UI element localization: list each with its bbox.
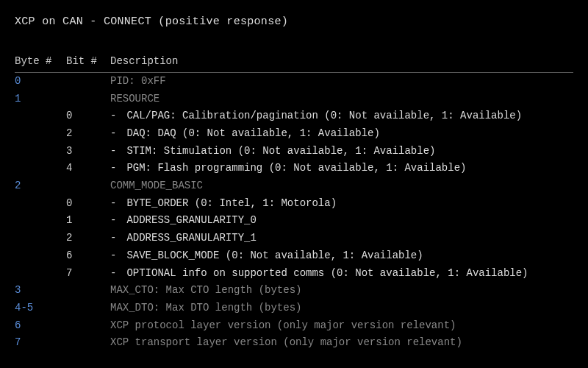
table-row: 0- CAL/PAG: Calibration/pagination (0: N… [15, 107, 573, 125]
byte-cell: 7 [15, 334, 66, 352]
bit-cell: 4 [66, 160, 110, 177]
table-row: 2COMM_MODE_BASIC [15, 177, 573, 195]
table-row: 6XCP protocol layer version (only major … [15, 317, 573, 335]
desc-cell: - OPTIONAL info on supported comms (0: N… [110, 265, 573, 283]
header-byte: Byte # [15, 52, 66, 72]
byte-cell: 3 [15, 282, 66, 300]
table-row: 4- PGM: Flash programming (0: Not availa… [15, 160, 573, 177]
table-row: 7XCP transport layer version (only major… [15, 334, 573, 352]
bit-cell [66, 334, 110, 352]
desc-cell: XCP transport layer version (only major … [110, 334, 573, 352]
table-row: 0- BYTE_ORDER (0: Intel, 1: Motorola) [15, 195, 573, 213]
desc-cell: - DAQ: DAQ (0: Not available, 1: Availab… [110, 125, 573, 143]
desc-cell: - STIM: Stimulation (0: Not available, 1… [110, 143, 573, 160]
table-row: 4-5MAX_DTO: Max DTO length (bytes) [15, 300, 573, 317]
desc-cell: RESOURCE [110, 91, 573, 108]
table-row: 6- SAVE_BLOCK_MODE (0: Not available, 1:… [15, 247, 573, 265]
byte-cell: 6 [15, 317, 66, 335]
byte-cell [15, 230, 66, 247]
byte-cell [15, 195, 66, 213]
table-row: 1- ADDRESS_GRANULARITY_0 [15, 212, 573, 230]
page-title: XCP on CAN - CONNECT (positive response) [15, 13, 573, 30]
desc-cell: - ADDRESS_GRANULARITY_1 [110, 230, 573, 247]
bit-cell [66, 317, 110, 335]
byte-cell [15, 247, 66, 265]
table-row: 1RESOURCE [15, 91, 573, 108]
byte-cell: 2 [15, 177, 66, 195]
bit-cell: 0 [66, 195, 110, 213]
desc-cell: - BYTE_ORDER (0: Intel, 1: Motorola) [110, 195, 573, 213]
bit-cell: 6 [66, 247, 110, 265]
table-row: 2- ADDRESS_GRANULARITY_1 [15, 230, 573, 247]
desc-cell: - PGM: Flash programming (0: Not availab… [110, 160, 573, 177]
bit-cell [66, 177, 110, 195]
byte-cell [15, 125, 66, 143]
table-row: 3- STIM: Stimulation (0: Not available, … [15, 143, 573, 160]
desc-cell: - CAL/PAG: Calibration/pagination (0: No… [110, 107, 573, 125]
protocol-table: Byte # Bit # Description 0PID: 0xFF1RESO… [15, 52, 573, 352]
bit-cell: 1 [66, 212, 110, 230]
desc-cell: - SAVE_BLOCK_MODE (0: Not available, 1: … [110, 247, 573, 265]
bit-cell [66, 91, 110, 108]
byte-cell: 1 [15, 91, 66, 108]
table-row: 3MAX_CTO: Max CTO length (bytes) [15, 282, 573, 300]
byte-cell: 0 [15, 72, 66, 90]
bit-cell [66, 72, 110, 90]
header-desc: Description [110, 52, 573, 72]
bit-cell: 2 [66, 125, 110, 143]
byte-cell [15, 265, 66, 283]
header-bit: Bit # [66, 52, 110, 72]
desc-cell: MAX_CTO: Max CTO length (bytes) [110, 282, 573, 300]
table-row: 0PID: 0xFF [15, 72, 573, 90]
desc-cell: - ADDRESS_GRANULARITY_0 [110, 212, 573, 230]
desc-cell: MAX_DTO: Max DTO length (bytes) [110, 300, 573, 317]
byte-cell [15, 107, 66, 125]
byte-cell [15, 212, 66, 230]
byte-cell [15, 143, 66, 160]
desc-cell: PID: 0xFF [110, 72, 573, 90]
bit-cell [66, 282, 110, 300]
table-row: 7- OPTIONAL info on supported comms (0: … [15, 265, 573, 283]
desc-cell: COMM_MODE_BASIC [110, 177, 573, 195]
table-row: 2- DAQ: DAQ (0: Not available, 1: Availa… [15, 125, 573, 143]
byte-cell [15, 160, 66, 177]
byte-cell: 4-5 [15, 300, 66, 317]
bit-cell: 0 [66, 107, 110, 125]
bit-cell: 7 [66, 265, 110, 283]
desc-cell: XCP protocol layer version (only major v… [110, 317, 573, 335]
bit-cell: 3 [66, 143, 110, 160]
bit-cell: 2 [66, 230, 110, 247]
bit-cell [66, 300, 110, 317]
